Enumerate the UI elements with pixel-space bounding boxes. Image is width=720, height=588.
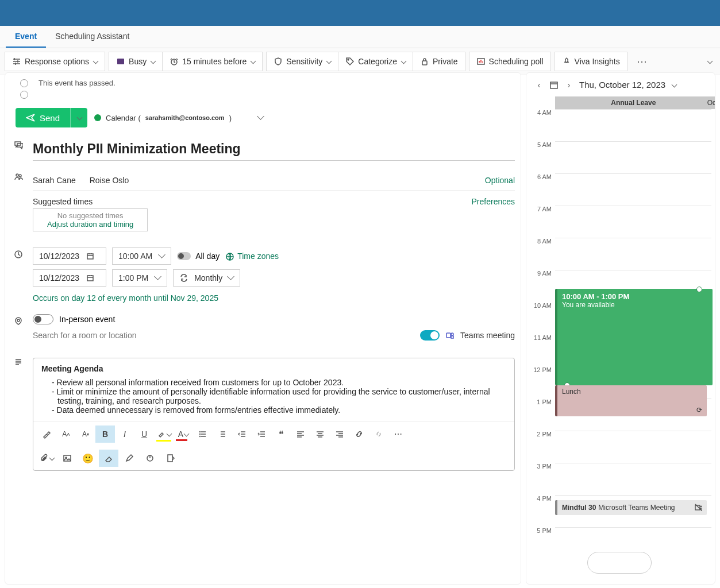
hour-cell[interactable] — [555, 238, 711, 270]
optional-attendees-link[interactable]: Optional — [485, 176, 515, 185]
attendee-chip[interactable]: Roise Oslo — [90, 176, 129, 185]
bullets-button[interactable] — [193, 425, 213, 443]
font-size-button[interactable]: A▾ — [76, 425, 95, 443]
calendar-close-paren: ) — [229, 114, 232, 122]
send-button[interactable]: Send — [16, 108, 87, 127]
hour-label: 4 PM — [530, 495, 555, 527]
format-painter-button[interactable] — [37, 425, 56, 443]
categorize-button[interactable]: Categorize — [338, 52, 413, 71]
ribbon-overflow-chevron[interactable] — [707, 56, 712, 66]
svg-rect-17 — [64, 455, 71, 461]
today-button[interactable] — [549, 80, 559, 90]
unlink-button[interactable] — [369, 425, 388, 443]
location-input[interactable] — [33, 331, 414, 340]
globe-icon — [225, 252, 234, 261]
hour-cell[interactable] — [555, 206, 711, 238]
event-time-label: 10:00 AM - 1:00 PM — [562, 292, 708, 301]
mindful-event-block[interactable]: Mindful 30 Microsoft Teams Meeting — [555, 500, 707, 515]
lunch-event-block[interactable]: Lunch ⟳ — [555, 385, 707, 416]
indent-button[interactable] — [252, 425, 271, 443]
quote-button[interactable]: ❝ — [271, 425, 291, 443]
reminder-button[interactable]: 15 minutes before — [163, 52, 263, 71]
loop-button[interactable] — [140, 450, 160, 467]
underline-button[interactable]: U — [134, 425, 154, 443]
calendar-picker[interactable]: Calendar ( sarahsmith@contoso.com ) — [94, 114, 264, 122]
busy-status-button[interactable]: Busy — [109, 52, 163, 71]
attendee-chip[interactable]: Sarah Cane — [33, 176, 76, 185]
suggested-times-box[interactable]: No suggested times Adjust duration and t… — [33, 208, 148, 231]
adjust-link[interactable]: Adjust duration and timing — [47, 220, 133, 229]
sliders-icon — [12, 57, 21, 66]
hour-cell[interactable] — [555, 431, 711, 463]
time-zones-link[interactable]: Time zones — [225, 252, 279, 261]
hour-cell[interactable] — [555, 173, 711, 206]
allday-event-bar[interactable]: Annual Leave Oct 13 › — [555, 96, 715, 109]
description-editor[interactable]: Meeting Agenda - Review all personal inf… — [33, 358, 515, 471]
emoji-button[interactable]: 🙂 — [78, 450, 98, 467]
send-dropdown[interactable] — [70, 108, 87, 127]
tab-event[interactable]: Event — [6, 26, 46, 48]
hour-cell[interactable] — [555, 109, 711, 141]
recurrence-select[interactable]: Monthly — [173, 269, 240, 287]
allday-event-date: Oct 13 — [707, 99, 715, 107]
calendar-label: Calendar ( — [106, 114, 141, 122]
response-options-button[interactable]: Response options — [5, 52, 105, 71]
svg-point-15 — [200, 434, 201, 435]
start-time-select[interactable]: 10:00 AM — [112, 247, 171, 265]
link-button[interactable] — [349, 425, 369, 443]
hour-cell[interactable] — [555, 463, 711, 495]
highlight-button[interactable] — [154, 425, 174, 443]
hour-label: 3 PM — [530, 463, 555, 495]
svg-rect-3 — [422, 61, 427, 65]
calendar-email: sarahsmith@contoso.com — [145, 114, 225, 121]
hour-label: 5 PM — [530, 527, 555, 559]
tab-scheduling-assistant[interactable]: Scheduling Assistant — [46, 26, 138, 48]
in-person-toggle[interactable] — [33, 314, 53, 324]
svg-point-13 — [451, 333, 453, 335]
svg-rect-10 — [87, 276, 93, 281]
viva-insights-button[interactable]: Viva Insights — [555, 52, 627, 71]
tag-icon — [345, 57, 355, 66]
italic-button[interactable]: I — [115, 425, 134, 443]
align-left-button[interactable] — [291, 425, 310, 443]
description-icon — [14, 358, 23, 367]
busy-label: Busy — [129, 57, 147, 66]
align-right-button[interactable] — [330, 425, 349, 443]
clock-icon — [14, 250, 23, 259]
start-date-input[interactable]: 10/12/2023 — [33, 247, 106, 265]
end-time-select[interactable]: 1:00 PM — [112, 269, 167, 287]
ribbon-more-button[interactable]: ⋯ — [631, 53, 653, 70]
scheduling-poll-button[interactable]: Scheduling poll — [469, 52, 551, 71]
align-center-button[interactable] — [310, 425, 330, 443]
prev-day-button[interactable]: ‹ — [534, 80, 544, 90]
svg-rect-20 — [168, 455, 172, 462]
end-date-input[interactable]: 10/12/2023 — [33, 269, 106, 287]
calendar-today-icon — [549, 80, 559, 90]
pen-icon — [125, 454, 134, 463]
numbered-list-button[interactable] — [213, 425, 232, 443]
all-day-toggle[interactable]: All day — [177, 252, 220, 261]
start-time-value: 10:00 AM — [118, 252, 152, 261]
preferences-link[interactable]: Preferences — [472, 197, 515, 206]
teams-meeting-toggle[interactable] — [420, 330, 440, 341]
font-color-button[interactable]: A — [174, 425, 193, 443]
next-day-button[interactable]: › — [564, 80, 573, 90]
template-button[interactable] — [161, 450, 180, 467]
current-event-block[interactable]: 10:00 AM - 1:00 PM You are available — [555, 289, 713, 385]
floating-action-buttons[interactable] — [587, 552, 652, 574]
sensitivity-button[interactable]: Sensitivity — [266, 52, 338, 71]
editor-suggestions-button[interactable] — [99, 450, 118, 467]
signature-button[interactable] — [120, 450, 139, 467]
hour-cell[interactable] — [555, 141, 711, 173]
preview-date[interactable]: Thu, October 12, 2023 — [579, 80, 665, 90]
agenda-item: - Data deemed unnecessary is removed fro… — [41, 405, 506, 415]
toolbar-more-button[interactable]: ⋯ — [388, 425, 408, 443]
outdent-button[interactable] — [232, 425, 252, 443]
bold-button[interactable]: B — [95, 425, 115, 443]
svg-point-6 — [19, 175, 21, 177]
private-button[interactable]: Private — [413, 52, 465, 71]
attach-button[interactable] — [37, 450, 56, 467]
font-button[interactable]: AA — [56, 425, 76, 443]
insert-image-button[interactable] — [57, 450, 77, 467]
event-title-input[interactable] — [33, 138, 515, 161]
